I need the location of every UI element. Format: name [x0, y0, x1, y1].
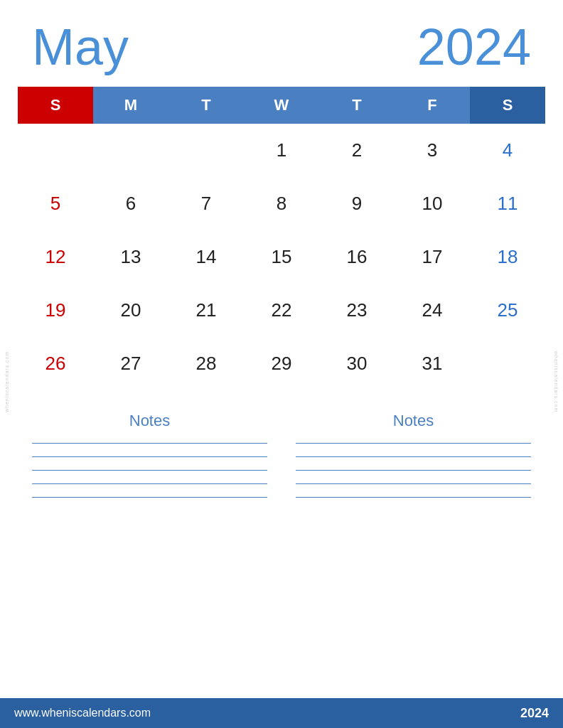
- day-cell: 17: [395, 230, 470, 284]
- day-cell: 29: [244, 337, 319, 390]
- header-wednesday: W: [244, 87, 319, 124]
- day-cell: 30: [319, 337, 395, 390]
- day-cell: 31: [395, 337, 470, 390]
- day-cell: 23: [319, 284, 395, 337]
- notes-column-right: Notes: [296, 412, 531, 498]
- notes-line: [32, 443, 267, 444]
- watermark-right: wheniscalendars.com: [554, 142, 559, 621]
- calendar-table: S M T W T F S 1 2 3 4: [18, 87, 545, 390]
- notes-lines-left: [32, 443, 267, 498]
- day-cell: 24: [395, 284, 470, 337]
- table-row: 1 2 3 4: [18, 124, 545, 177]
- notes-line: [296, 497, 531, 498]
- notes-line: [32, 470, 267, 471]
- notes-label-right: Notes: [393, 412, 434, 430]
- day-cell: 22: [244, 284, 319, 337]
- table-row: 5 6 7 8 9 10 11: [18, 177, 545, 230]
- day-cell: 21: [168, 284, 244, 337]
- day-cell: 1: [244, 124, 319, 177]
- notes-line: [296, 470, 531, 471]
- day-header-row: S M T W T F S: [18, 87, 545, 124]
- notes-line: [32, 497, 267, 498]
- day-cell: 7: [168, 177, 244, 230]
- notes-line: [32, 483, 267, 484]
- day-cell: 8: [244, 177, 319, 230]
- notes-line: [296, 456, 531, 457]
- footer-year: 2024: [520, 706, 549, 721]
- notes-lines-right: [296, 443, 531, 498]
- notes-line: [32, 456, 267, 457]
- day-cell: 27: [93, 337, 168, 390]
- header-friday: F: [395, 87, 470, 124]
- month-title: May: [32, 21, 129, 73]
- day-cell: 3: [395, 124, 470, 177]
- day-cell: 25: [470, 284, 545, 337]
- table-row: 26 27 28 29 30 31: [18, 337, 545, 390]
- day-cell: [470, 337, 545, 390]
- calendar-page: wheniscalendars.com wheniscalendars.com …: [0, 0, 563, 728]
- calendar-header: May 2024: [0, 0, 563, 80]
- day-cell: 28: [168, 337, 244, 390]
- day-cell: [18, 124, 93, 177]
- year-title: 2024: [417, 21, 531, 73]
- day-cell: 11: [470, 177, 545, 230]
- calendar-grid: S M T W T F S 1 2 3 4: [0, 80, 563, 390]
- watermark-left: wheniscalendars.com: [4, 142, 9, 621]
- day-cell: 5: [18, 177, 93, 230]
- notes-line: [296, 443, 531, 444]
- day-cell: 19: [18, 284, 93, 337]
- day-cell: 2: [319, 124, 395, 177]
- day-cell: 15: [244, 230, 319, 284]
- notes-line: [296, 483, 531, 484]
- day-cell: 14: [168, 230, 244, 284]
- footer-url: www.wheniscalendars.com: [14, 707, 151, 719]
- day-cell: 26: [18, 337, 93, 390]
- day-cell: 9: [319, 177, 395, 230]
- header-tuesday: T: [168, 87, 244, 124]
- day-cell: 10: [395, 177, 470, 230]
- header-sunday: S: [18, 87, 93, 124]
- notes-column-left: Notes: [32, 412, 267, 498]
- day-cell: [93, 124, 168, 177]
- table-row: 19 20 21 22 23 24 25: [18, 284, 545, 337]
- notes-label-left: Notes: [129, 412, 170, 430]
- day-cell: [168, 124, 244, 177]
- table-row: 12 13 14 15 16 17 18: [18, 230, 545, 284]
- day-cell: 18: [470, 230, 545, 284]
- day-cell: 6: [93, 177, 168, 230]
- header-thursday: T: [319, 87, 395, 124]
- day-cell: 13: [93, 230, 168, 284]
- day-cell: 16: [319, 230, 395, 284]
- footer: www.wheniscalendars.com 2024: [0, 698, 563, 728]
- day-cell: 20: [93, 284, 168, 337]
- calendar-body: 1 2 3 4 5 6 7 8 9 10 11 12: [18, 124, 545, 390]
- notes-section: Notes Notes: [0, 390, 563, 508]
- day-cell: 4: [470, 124, 545, 177]
- header-saturday: S: [470, 87, 545, 124]
- day-cell: 12: [18, 230, 93, 284]
- header-monday: M: [93, 87, 168, 124]
